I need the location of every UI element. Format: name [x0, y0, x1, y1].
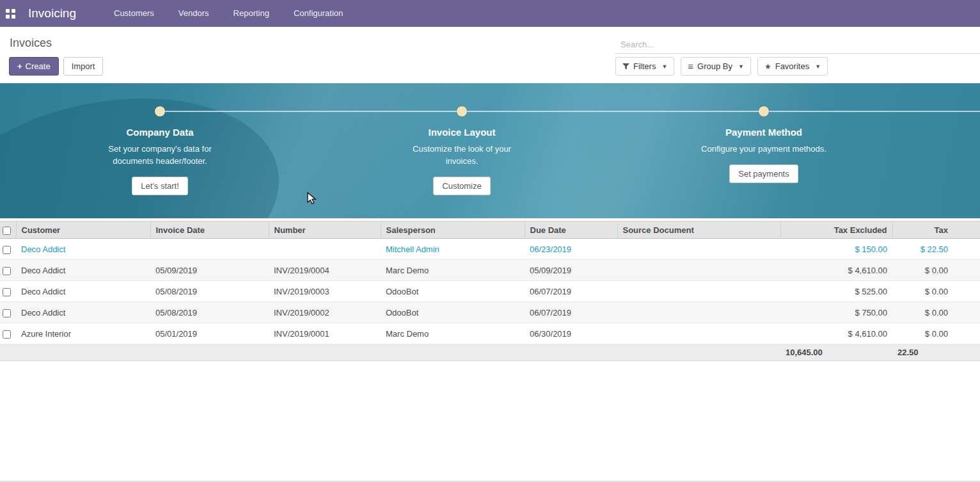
customize-button[interactable]: Customize [433, 177, 490, 195]
cell-invoice-date[interactable]: 05/01/2019 [150, 323, 269, 344]
row-checkbox[interactable] [3, 330, 11, 339]
cell-salesperson[interactable]: Mitchell Admin [381, 239, 525, 260]
cell-invoice-date[interactable]: 05/08/2019 [150, 281, 269, 302]
group-by-button-label: Group By [697, 61, 732, 71]
plus-icon: + [17, 61, 22, 71]
cell-customer[interactable]: Deco Addict [16, 260, 150, 281]
chevron-down-icon: ▼ [815, 63, 821, 70]
cell-number[interactable]: INV/2019/0002 [269, 302, 381, 323]
column-header-customer[interactable]: Customer [16, 221, 150, 239]
cell-customer[interactable]: Deco Addict [16, 239, 150, 260]
filter-funnel-icon [622, 63, 629, 70]
menu-configuration[interactable]: Configuration [281, 0, 355, 27]
step-title: Payment Method [681, 127, 847, 138]
cell-tax-excluded[interactable]: $ 150.00 [780, 239, 892, 260]
create-button[interactable]: + Create [9, 57, 59, 76]
table-header-row: Customer Invoice Date Number Salesperson… [0, 221, 980, 239]
row-checkbox[interactable] [3, 246, 11, 254]
table-row[interactable]: Deco Addict05/08/2019INV/2019/0002OdooBo… [0, 302, 980, 323]
cell-salesperson[interactable]: OdooBot [381, 302, 525, 323]
total-tax-excluded: 10,645.00 [780, 344, 892, 361]
search-input[interactable] [615, 36, 980, 54]
group-by-icon: ≡ [688, 61, 693, 71]
cell-tax-excluded[interactable]: $ 4,610.00 [780, 323, 892, 344]
cell-salesperson[interactable]: Marc Demo [381, 260, 525, 281]
cell-customer[interactable]: Deco Addict [16, 302, 150, 323]
cell-due-date[interactable]: 05/09/2019 [525, 260, 617, 281]
cell-customer[interactable]: Deco Addict [16, 281, 150, 302]
total-tax: 22.50 [892, 344, 980, 361]
cell-tax[interactable]: $ 0.00 [892, 323, 980, 344]
cell-source-document[interactable] [617, 302, 780, 323]
cell-tax[interactable]: $ 0.00 [892, 281, 980, 302]
row-checkbox-cell [0, 302, 16, 323]
table-row[interactable]: Deco Addict05/08/2019INV/2019/0003OdooBo… [0, 281, 980, 302]
page-title: Invoices [10, 36, 52, 50]
onboarding-step-payment-method: Payment Method Configure your payment me… [681, 106, 847, 183]
cell-source-document[interactable] [617, 239, 780, 260]
apps-grid-icon[interactable] [6, 9, 15, 19]
star-icon: ★ [764, 62, 771, 71]
cell-customer[interactable]: Azure Interior [16, 323, 150, 344]
chevron-down-icon: ▼ [738, 63, 744, 70]
app-name[interactable]: Invoicing [28, 6, 76, 20]
menu-customers[interactable]: Customers [102, 0, 166, 27]
lets-start-button[interactable]: Let's start! [132, 177, 188, 195]
row-checkbox[interactable] [3, 267, 11, 275]
cell-tax[interactable]: $ 0.00 [892, 260, 980, 281]
favorites-button[interactable]: ★ Favorites ▼ [757, 57, 828, 76]
cell-tax[interactable]: $ 22.50 [892, 239, 980, 260]
cell-tax-excluded[interactable]: $ 525.00 [780, 281, 892, 302]
column-header-tax[interactable]: Tax [892, 221, 980, 239]
select-all-checkbox[interactable] [3, 227, 11, 235]
filters-button-label: Filters [633, 61, 656, 71]
step-description: Customize the look of your invoices. [401, 143, 523, 167]
column-header-salesperson[interactable]: Salesperson [381, 221, 525, 239]
cell-salesperson[interactable]: OdooBot [381, 281, 525, 302]
chevron-down-icon: ▼ [661, 63, 667, 70]
step-description: Set your company's data for documents he… [96, 143, 224, 167]
table-totals-row: 10,645.00 22.50 [0, 344, 980, 361]
cell-invoice-date[interactable]: 05/09/2019 [150, 260, 269, 281]
column-header-due-date[interactable]: Due Date [525, 221, 617, 239]
row-checkbox[interactable] [3, 288, 11, 296]
invoice-table-body: Deco AddictMitchell Admin06/23/2019$ 150… [0, 239, 980, 344]
set-payments-button[interactable]: Set payments [729, 165, 798, 183]
totals-spacer [0, 344, 780, 361]
column-header-invoice-date[interactable]: Invoice Date [150, 221, 269, 239]
table-row[interactable]: Deco Addict05/09/2019INV/2019/0004Marc D… [0, 260, 980, 281]
filters-button[interactable]: Filters ▼ [615, 57, 674, 76]
menu-vendors[interactable]: Vendors [166, 0, 221, 27]
cell-number[interactable] [269, 239, 381, 260]
step-title: Company Data [77, 127, 243, 138]
row-checkbox-cell [0, 260, 16, 281]
group-by-button[interactable]: ≡ Group By ▼ [681, 57, 751, 76]
cell-salesperson[interactable]: Marc Demo [381, 323, 525, 344]
cell-tax[interactable]: $ 0.00 [892, 302, 980, 323]
cell-tax-excluded[interactable]: $ 4,610.00 [780, 260, 892, 281]
cell-number[interactable]: INV/2019/0004 [269, 260, 381, 281]
cell-due-date[interactable]: 06/23/2019 [525, 239, 617, 260]
import-button[interactable]: Import [63, 57, 104, 76]
cell-invoice-date[interactable]: 05/08/2019 [150, 302, 269, 323]
table-row[interactable]: Deco AddictMitchell Admin06/23/2019$ 150… [0, 239, 980, 260]
menu-reporting[interactable]: Reporting [221, 0, 281, 27]
cell-tax-excluded[interactable]: $ 750.00 [780, 302, 892, 323]
row-checkbox[interactable] [3, 309, 11, 317]
table-row[interactable]: Azure Interior05/01/2019INV/2019/0001Mar… [0, 323, 980, 344]
cell-due-date[interactable]: 06/07/2019 [525, 302, 617, 323]
column-header-number[interactable]: Number [269, 221, 381, 239]
step-dot [155, 106, 165, 116]
cell-due-date[interactable]: 06/30/2019 [525, 323, 617, 344]
create-button-label: Create [26, 61, 51, 71]
cell-invoice-date[interactable] [150, 239, 269, 260]
cell-number[interactable]: INV/2019/0003 [269, 281, 381, 302]
cell-number[interactable]: INV/2019/0001 [269, 323, 381, 344]
column-header-tax-excluded[interactable]: Tax Excluded [780, 221, 892, 239]
cell-source-document[interactable] [617, 281, 780, 302]
cell-due-date[interactable]: 06/07/2019 [525, 281, 617, 302]
cell-source-document[interactable] [617, 323, 780, 344]
column-header-source-document[interactable]: Source Document [617, 221, 780, 239]
navbar-menus: Customers Vendors Reporting Configuratio… [102, 0, 355, 27]
cell-source-document[interactable] [617, 260, 780, 281]
